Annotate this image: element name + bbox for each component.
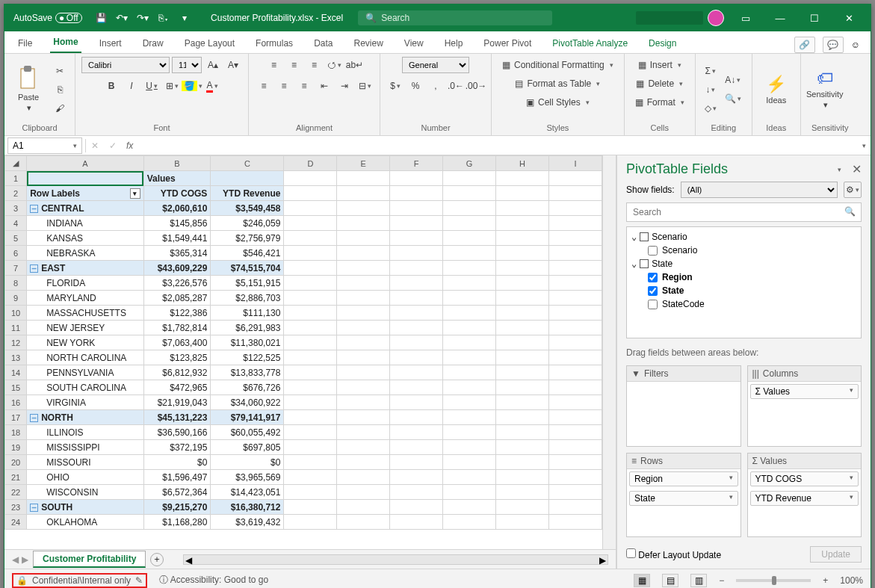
cell-cogs[interactable]: $1,549,441 xyxy=(143,231,211,246)
field-region[interactable]: Region xyxy=(628,270,859,284)
cell-rev[interactable]: $0 xyxy=(211,455,284,470)
decrease-decimal-icon[interactable]: .00→ xyxy=(467,78,485,94)
row-header[interactable]: 18 xyxy=(5,425,27,440)
cell-rev[interactable]: $3,549,458 xyxy=(211,201,284,216)
area-values[interactable]: Σ Values YTD COGS▾ YTD Revenue▾ xyxy=(747,453,862,538)
number-format-select[interactable]: General xyxy=(402,57,469,73)
field-table-scenario[interactable]: ⌄Scenario xyxy=(628,230,859,244)
formula-input[interactable] xyxy=(137,137,856,154)
tab-home[interactable]: Home xyxy=(50,33,81,53)
cell-cogs[interactable]: $372,195 xyxy=(143,440,211,455)
cell-label[interactable]: INDIANA xyxy=(27,216,143,231)
col-header-G[interactable]: G xyxy=(443,156,496,171)
cell-cogs[interactable]: $1,168,280 xyxy=(143,515,211,530)
comments-button[interactable]: 💬 xyxy=(823,37,844,53)
cell-label[interactable]: MARYLAND xyxy=(27,291,143,306)
borders-icon[interactable]: ⊞▾ xyxy=(163,78,181,94)
pane-close-icon[interactable]: ✕ xyxy=(852,162,862,176)
row-header[interactable]: 13 xyxy=(5,350,27,365)
cell-rev[interactable]: $3,619,432 xyxy=(211,515,284,530)
cell-rev[interactable]: $246,059 xyxy=(211,216,284,231)
area-chip[interactable]: YTD Revenue▾ xyxy=(750,491,859,506)
cell-cogs[interactable]: $6,812,932 xyxy=(143,365,211,380)
tab-view[interactable]: View xyxy=(401,34,427,53)
collapse-icon[interactable]: − xyxy=(30,264,38,273)
cell-label[interactable]: MASSACHUSETTS xyxy=(27,306,143,321)
cell-rev[interactable]: $16,380,712 xyxy=(211,500,284,515)
row-header[interactable]: 21 xyxy=(5,470,27,485)
select-all-corner[interactable]: ◢ xyxy=(5,156,27,171)
cell-cogs[interactable]: $6,572,364 xyxy=(143,485,211,500)
row-header[interactable]: 7 xyxy=(5,261,27,276)
col-header-I[interactable]: I xyxy=(549,156,602,171)
cell-rev[interactable]: $122,525 xyxy=(211,350,284,365)
row-labels-filter-icon[interactable]: ▾ xyxy=(130,188,140,199)
shrink-font-icon[interactable]: A▾ xyxy=(224,57,242,73)
zoom-out-icon[interactable]: − xyxy=(719,575,724,586)
tab-design[interactable]: Design xyxy=(646,34,679,53)
name-box[interactable]: A1▾ xyxy=(7,137,82,154)
cell-cogs[interactable]: $3,226,576 xyxy=(143,276,211,291)
cell-cogs[interactable]: $365,314 xyxy=(143,246,211,261)
cell-label[interactable]: MISSOURI xyxy=(27,455,143,470)
cell-rev[interactable]: $60,055,492 xyxy=(211,425,284,440)
align-bottom-icon[interactable]: ≡ xyxy=(306,57,324,73)
cell-cogs[interactable]: $45,131,223 xyxy=(143,410,211,425)
conditional-formatting-button[interactable]: ▦Conditional Formatting▾ xyxy=(498,57,618,73)
copy-icon[interactable]: ⎘ xyxy=(51,81,69,98)
cell-label[interactable]: NEW JERSEY xyxy=(27,321,143,335)
cell-label[interactable]: NEBRASKA xyxy=(27,246,143,261)
vertical-scrollbar[interactable] xyxy=(602,155,616,549)
row-header[interactable]: 10 xyxy=(5,306,27,321)
orientation-icon[interactable]: ⭯▾ xyxy=(326,57,344,73)
minimize-icon[interactable]: — xyxy=(763,4,797,31)
cell-styles-button[interactable]: ▣Cell Styles▾ xyxy=(522,94,594,111)
tools-gear-icon[interactable]: ⚙▾ xyxy=(844,182,862,198)
cell-label[interactable]: PENNSYLVANIA xyxy=(27,365,143,380)
edit-sensitivity-icon[interactable]: ✎ xyxy=(135,575,143,586)
row-header[interactable]: 12 xyxy=(5,335,27,350)
wrap-text-icon[interactable]: ab↵ xyxy=(346,57,364,73)
tab-file[interactable]: File xyxy=(15,34,35,53)
cell-label[interactable]: VIRGINIA xyxy=(27,395,143,410)
cell-label[interactable]: NEW YORK xyxy=(27,335,143,350)
insert-cells-button[interactable]: ▦Insert▾ xyxy=(634,57,686,73)
align-left-icon[interactable]: ≡ xyxy=(255,78,273,94)
row-header[interactable]: 5 xyxy=(5,231,27,246)
smiley-icon[interactable]: ☺ xyxy=(851,40,860,50)
area-chip[interactable]: Σ Values▾ xyxy=(750,384,859,399)
cell-B1[interactable]: Values xyxy=(143,171,211,186)
paste-button[interactable]: Paste ▾ xyxy=(10,66,46,113)
next-sheet-icon[interactable]: ▶ xyxy=(22,554,28,565)
row-header[interactable]: 23 xyxy=(5,500,27,515)
cell-cogs[interactable]: $36,590,166 xyxy=(143,425,211,440)
fields-list[interactable]: ⌄ScenarioScenario⌄StateRegionStateStateC… xyxy=(626,226,862,338)
row-header[interactable]: 11 xyxy=(5,321,27,335)
column-headers[interactable]: ◢ A B C D E F G H I xyxy=(5,156,602,171)
percent-icon[interactable]: % xyxy=(406,78,424,94)
cell-rev[interactable]: $2,886,703 xyxy=(211,291,284,306)
collapse-icon[interactable]: ⌄ xyxy=(631,232,637,242)
insert-function-icon[interactable]: fx xyxy=(122,140,137,151)
collapse-icon[interactable]: − xyxy=(30,414,38,422)
field-checkbox[interactable] xyxy=(648,246,658,256)
col-header-F[interactable]: F xyxy=(390,156,443,171)
cell-A2[interactable]: Row Labels▾ xyxy=(27,186,143,201)
row-header[interactable]: 4 xyxy=(5,216,27,231)
row-header[interactable]: 16 xyxy=(5,395,27,410)
col-header-A[interactable]: A xyxy=(27,156,143,171)
sheet-tab-active[interactable]: Customer Profitability xyxy=(33,551,146,568)
cell-rev[interactable]: $676,726 xyxy=(211,380,284,395)
cell-rev[interactable]: $79,141,917 xyxy=(211,410,284,425)
field-scenario[interactable]: Scenario xyxy=(628,244,859,257)
maximize-icon[interactable]: ☐ xyxy=(797,4,832,31)
underline-button[interactable]: U▾ xyxy=(143,78,161,94)
sensitivity-status[interactable]: 🔒 Confidential\Internal only ✎ xyxy=(12,573,147,588)
cell-rev[interactable]: $6,291,983 xyxy=(211,321,284,335)
tab-data[interactable]: Data xyxy=(311,34,336,53)
cell-cogs[interactable]: $1,596,497 xyxy=(143,470,211,485)
currency-icon[interactable]: $▾ xyxy=(386,78,404,94)
defer-update-checkbox[interactable]: Defer Layout Update xyxy=(626,548,721,560)
area-chip[interactable]: YTD COGS▾ xyxy=(750,471,859,486)
spreadsheet-grid[interactable]: ◢ A B C D E F G H I 1 Values 2 Ro xyxy=(4,155,616,569)
